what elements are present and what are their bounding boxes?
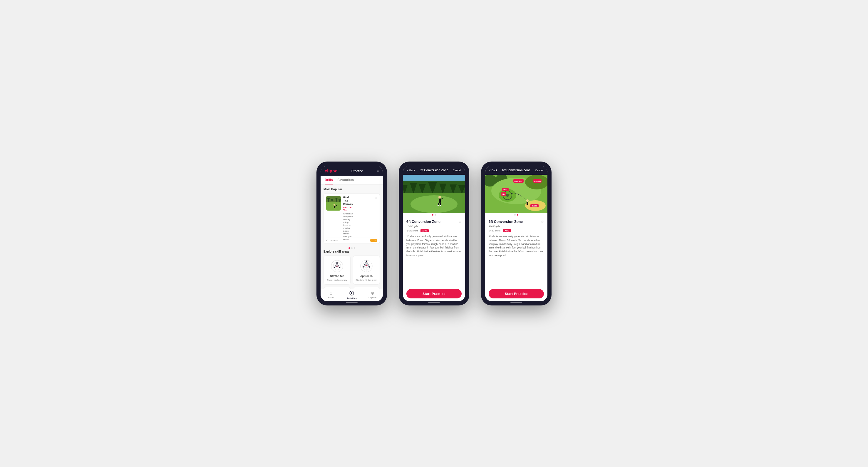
- svg-rect-7: [334, 206, 335, 208]
- explore-title: Explore skill areas: [323, 250, 380, 253]
- drill-thumbnail: [326, 196, 341, 210]
- dot-3: [354, 247, 355, 249]
- map-scene: FAIRWAY ROUGH Miss Hit SAND: [485, 175, 548, 213]
- drill-description: Create an imaginary fairway using trees …: [343, 212, 353, 241]
- detail-star-icon[interactable]: ☆: [458, 220, 462, 224]
- cancel-button[interactable]: Cancel: [453, 169, 461, 172]
- svg-rect-64: [440, 203, 441, 206]
- featured-drill-card[interactable]: Find The Fairway Off The Tee Create an i…: [323, 193, 380, 244]
- svg-rect-61: [439, 199, 441, 203]
- skill-name-ott: Off The Tee: [330, 275, 344, 277]
- tab-favourites[interactable]: Favourites: [338, 176, 354, 185]
- menu-icon[interactable]: ≡: [377, 169, 379, 173]
- home-icon: ⌂: [330, 291, 332, 296]
- skill-desc-approach: Dial-in to hit the green: [355, 279, 377, 281]
- img-dot-3-2: [517, 214, 518, 215]
- img-dot-2: [435, 214, 436, 215]
- drill-shots: ⏱ 20 shots: [406, 229, 418, 232]
- drill-description-text-3: 20 shots are randomly generated at dista…: [489, 235, 544, 257]
- svg-point-26: [369, 266, 370, 268]
- nav-home[interactable]: ⌂ Home: [320, 291, 341, 300]
- skill-name-approach: Approach: [360, 275, 373, 277]
- svg-text:Miss: Miss: [503, 189, 507, 191]
- img-dot-3-1: [514, 214, 516, 215]
- drill-detail-content-3: 6ft Conversion Zone ☆ 10-50 yds ⏱ 20 sho…: [485, 217, 548, 286]
- phones-container: clippd Practice ≡ Drills Favourites Most…: [316, 162, 552, 305]
- home-indicator-2: [428, 302, 440, 303]
- svg-point-25: [366, 261, 367, 262]
- drill-detail-name: 6ft Conversion Zone: [406, 220, 440, 224]
- approach-icon: [359, 259, 374, 273]
- svg-point-76: [526, 199, 529, 202]
- capture-icon: ⊕: [371, 291, 374, 296]
- image-dots-3: [485, 213, 548, 217]
- app-logo: clippd: [325, 169, 338, 173]
- drill-tag-3: ARG: [503, 229, 511, 232]
- start-practice-button-3[interactable]: Start Practice: [489, 289, 544, 298]
- image-dots: [403, 213, 465, 217]
- drill-category-tag: OTT: [370, 239, 377, 242]
- phone-3: < Back 6ft Conversion Zone Cancel: [481, 162, 552, 305]
- phone-1-header: clippd Practice ≡: [320, 166, 383, 176]
- drill-shots-3: ⏱ 20 shots: [489, 229, 500, 232]
- svg-text:FAIRWAY: FAIRWAY: [515, 180, 522, 182]
- start-practice-button[interactable]: Start Practice: [406, 289, 462, 298]
- home-indicator-3: [510, 302, 522, 303]
- phone-2-header: < Back 6ft Conversion Zone Cancel: [403, 166, 465, 175]
- phone-3-screen: < Back 6ft Conversion Zone Cancel: [485, 166, 548, 301]
- svg-rect-63: [438, 203, 439, 206]
- drill-meta-row-3: ⏱ 20 shots ARG: [489, 229, 544, 232]
- svg-rect-77: [527, 202, 528, 205]
- detail-star-icon-3[interactable]: ☆: [541, 220, 544, 224]
- drill-tag: ARG: [421, 229, 429, 232]
- drill-description-text: 20 shots are randomly generated at dista…: [406, 235, 462, 257]
- nav-activities[interactable]: Activities: [341, 291, 362, 300]
- skill-grid: Off The Tee Power and accuracy: [323, 256, 380, 289]
- drill-detail-header: 6ft Conversion Zone ☆: [406, 220, 462, 224]
- phone-1-screen: clippd Practice ≡ Drills Favourites Most…: [320, 166, 383, 301]
- activities-label: Activities: [347, 297, 356, 300]
- phone-2-footer: Start Practice: [403, 286, 465, 301]
- drill-meta: ⏱ 10 shots OTT: [326, 238, 377, 242]
- golf-scene: [403, 175, 465, 213]
- tabs-bar: Drills Favourites: [320, 176, 383, 185]
- bottom-nav: ⌂ Home Activities ⊕ Capture: [320, 289, 383, 301]
- svg-point-75: [506, 194, 509, 197]
- skill-approach[interactable]: Approach Dial-in to hit the green: [353, 256, 380, 285]
- drill-name: Find The Fairway: [343, 196, 353, 206]
- drill-info: Find The Fairway Off The Tee Create an i…: [343, 196, 353, 241]
- cancel-button-3[interactable]: Cancel: [535, 169, 543, 172]
- drill-range: 10-50 yds: [406, 225, 462, 228]
- drill-detail-name-3: 6ft Conversion Zone: [489, 220, 523, 224]
- drill-detail-header-3: 6ft Conversion Zone ☆: [489, 220, 544, 224]
- activities-icon: [349, 291, 354, 296]
- tab-drills[interactable]: Drills: [325, 176, 333, 185]
- back-button-3[interactable]: < Back: [489, 169, 497, 172]
- nav-capture[interactable]: ⊕ Capture: [362, 291, 383, 300]
- skill-off-the-tee[interactable]: Off The Tee Power and accuracy: [323, 256, 350, 285]
- screen-title-3: 6ft Conversion Zone: [502, 169, 531, 172]
- skill-desc-ott: Power and accuracy: [327, 279, 347, 281]
- svg-point-59: [410, 195, 458, 213]
- phone-1-content: Most Popular: [320, 185, 383, 289]
- svg-point-6: [334, 204, 335, 206]
- phone-3-footer: Start Practice: [485, 286, 548, 301]
- drill-detail-content: 6ft Conversion Zone ☆ 10-50 yds ⏱ 20 sho…: [403, 217, 465, 286]
- card-dots: [323, 246, 380, 250]
- svg-rect-66: [440, 205, 441, 206]
- back-button[interactable]: < Back: [407, 169, 415, 172]
- phone-1: clippd Practice ≡ Drills Favourites Most…: [316, 162, 387, 305]
- phone-3-header: < Back 6ft Conversion Zone Cancel: [485, 166, 548, 175]
- drill-meta-row: ⏱ 20 shots ARG: [406, 229, 462, 232]
- dot-1: [348, 247, 350, 249]
- drill-map-image: FAIRWAY ROUGH Miss Hit SAND: [485, 175, 548, 213]
- svg-text:ROUGH: ROUGH: [534, 180, 541, 182]
- svg-point-27: [363, 266, 364, 268]
- favourite-star-icon[interactable]: ☆: [375, 196, 377, 199]
- svg-point-17: [334, 267, 335, 268]
- drill-subtitle: Off The Tee: [343, 206, 353, 211]
- dot-2: [351, 247, 352, 249]
- svg-text:SAND: SAND: [532, 205, 537, 207]
- screen-title: 6ft Conversion Zone: [420, 169, 448, 172]
- home-indicator: [346, 302, 358, 303]
